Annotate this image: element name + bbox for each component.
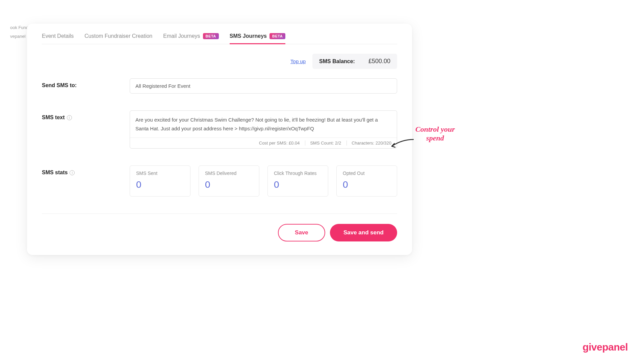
annotation-line1: Control your <box>415 125 455 133</box>
stat-label: SMS Sent <box>136 171 184 176</box>
sms-stats-label-text: SMS stats <box>42 170 68 176</box>
save-button[interactable]: Save <box>278 224 325 241</box>
annotation-line2: spend <box>426 134 444 142</box>
stat-label: Opted Out <box>343 171 391 176</box>
save-and-send-button[interactable]: Save and send <box>330 224 397 241</box>
tab-label: Custom Fundraiser Creation <box>84 33 152 39</box>
send-to-row: Send SMS to: All Registered For Event <box>42 78 397 94</box>
annotation-text: Control your spend <box>415 125 455 143</box>
sms-journeys-card: Event Details Custom Fundraiser Creation… <box>27 24 412 255</box>
balance-value: £500.00 <box>368 58 390 65</box>
stat-value: 0 <box>274 179 322 190</box>
arrow-icon <box>388 138 415 151</box>
background-text-1: ook Fund <box>10 25 28 30</box>
send-to-select[interactable]: All Registered For Event <box>130 78 397 94</box>
sms-text-row: SMS text i Are you excited for your Chri… <box>42 110 397 149</box>
info-icon[interactable]: i <box>70 170 75 175</box>
stat-label: Click Through Rates <box>274 171 322 176</box>
topup-link[interactable]: Top up <box>290 58 306 64</box>
sms-textarea-footer: Cost per SMS: £0.04 SMS Count: 2/2 Chara… <box>130 137 397 148</box>
tab-custom-fundraiser[interactable]: Custom Fundraiser Creation <box>84 33 152 44</box>
balance-row: Top up SMS Balance: £500.00 <box>42 54 397 69</box>
stat-opted-out: Opted Out 0 <box>336 165 397 197</box>
sms-count: SMS Count: 2/2 <box>305 140 341 146</box>
info-icon[interactable]: i <box>67 115 72 120</box>
tab-label: SMS Journeys <box>230 33 267 39</box>
send-to-label: Send SMS to: <box>42 78 123 88</box>
stat-value: 0 <box>136 179 184 190</box>
stat-value: 0 <box>343 179 391 190</box>
tab-email-journeys[interactable]: Email Journeys BETA <box>163 33 219 44</box>
stat-sms-sent: SMS Sent 0 <box>130 165 190 197</box>
tab-label: Event Details <box>42 33 74 39</box>
stat-click-through: Click Through Rates 0 <box>267 165 328 197</box>
tab-sms-journeys[interactable]: SMS Journeys BETA <box>230 33 285 44</box>
tab-event-details[interactable]: Event Details <box>42 33 74 44</box>
sms-stats-label: SMS stats i <box>42 165 123 176</box>
stats-grid: SMS Sent 0 SMS Delivered 0 Click Through… <box>130 165 397 197</box>
actions-row: Save Save and send <box>42 213 397 241</box>
brand-logo: givepanel <box>583 341 628 353</box>
sms-textarea[interactable]: Are you excited for your Christmas Swim … <box>130 111 397 137</box>
sms-textarea-wrap: Are you excited for your Christmas Swim … <box>130 110 397 149</box>
balance-box: SMS Balance: £500.00 <box>312 54 397 69</box>
balance-label: SMS Balance: <box>319 58 355 65</box>
beta-badge: BETA <box>203 33 219 39</box>
stat-label: SMS Delivered <box>205 171 253 176</box>
tab-bar: Event Details Custom Fundraiser Creation… <box>42 33 397 44</box>
cost-per-sms: Cost per SMS: £0.04 <box>259 140 300 146</box>
sms-text-label-text: SMS text <box>42 114 65 121</box>
stat-sms-delivered: SMS Delivered 0 <box>199 165 259 197</box>
characters-count: Characters: 220/320 <box>346 140 391 146</box>
sms-text-label: SMS text i <box>42 110 123 121</box>
beta-badge: BETA <box>269 33 285 39</box>
background-text-2: vepanel <box>10 34 26 39</box>
stat-value: 0 <box>205 179 253 190</box>
tab-label: Email Journeys <box>163 33 200 39</box>
sms-stats-row: SMS stats i SMS Sent 0 SMS Delivered 0 C… <box>42 165 397 197</box>
